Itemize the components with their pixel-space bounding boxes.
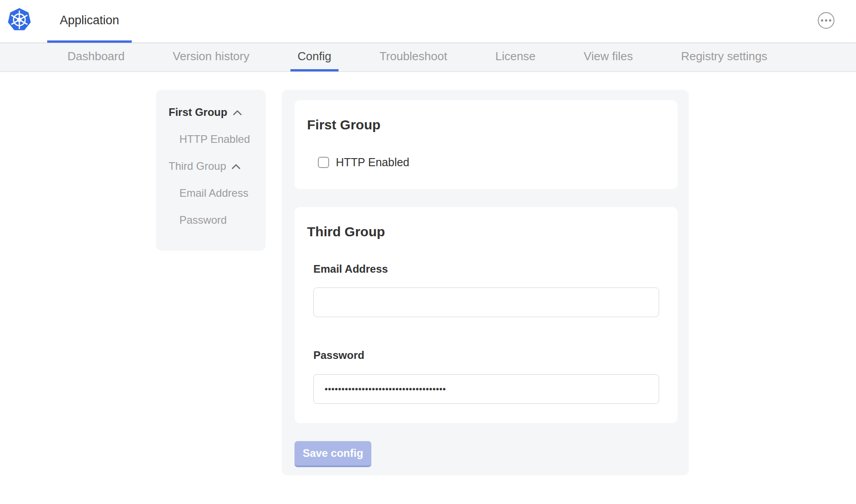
sidebar-item-password[interactable]: Password [156, 207, 266, 234]
tab-license[interactable]: License [488, 43, 543, 71]
sidebar-item-email-address[interactable]: Email Address [156, 180, 266, 207]
app-header: Application [0, 0, 856, 43]
chevron-up-icon [232, 164, 241, 169]
app-nav-tabs: Dashboard Version history Config Trouble… [0, 43, 856, 72]
tab-config[interactable]: Config [290, 43, 339, 71]
sidebar-item-http-enabled[interactable]: HTTP Enabled [156, 126, 266, 153]
sidebar-item-label: HTTP Enabled [179, 133, 250, 146]
tab-dashboard[interactable]: Dashboard [60, 43, 132, 71]
config-group-card-first-group: First Group HTTP Enabled [294, 100, 678, 189]
overflow-menu-button[interactable] [818, 12, 834, 29]
config-content-panel: First Group HTTP Enabled Third Group Ema… [282, 90, 689, 475]
password-label: Password [313, 349, 364, 362]
http-enabled-checkbox[interactable] [318, 157, 329, 168]
email-address-label: Email Address [313, 263, 388, 275]
tab-view-files[interactable]: View files [576, 43, 640, 71]
app-tab-application[interactable]: Application [47, 0, 132, 43]
sidebar-group-label: First Group [169, 106, 227, 119]
sidebar-group-label: Third Group [169, 160, 226, 172]
config-group-sidebar: First Group HTTP Enabled Third Group Ema… [156, 90, 266, 251]
tab-troubleshoot[interactable]: Troubleshoot [372, 43, 455, 71]
group-title: Third Group [307, 224, 385, 239]
chevron-up-icon [233, 110, 242, 115]
sidebar-group-first-group[interactable]: First Group [156, 99, 266, 126]
sidebar-group-third-group[interactable]: Third Group [156, 153, 266, 180]
sidebar-item-label: Password [179, 214, 227, 226]
config-group-card-third-group: Third Group Email Address Password [294, 207, 678, 423]
email-address-input[interactable] [313, 287, 659, 317]
http-enabled-field: HTTP Enabled [318, 156, 410, 169]
tab-version-history[interactable]: Version history [165, 43, 257, 71]
save-config-button[interactable]: Save config [294, 441, 371, 467]
sidebar-item-label: Email Address [179, 187, 248, 199]
ellipsis-icon [821, 19, 823, 22]
group-title: First Group [307, 117, 380, 133]
tab-registry-settings[interactable]: Registry settings [674, 43, 775, 71]
kubernetes-logo [7, 8, 31, 32]
password-input[interactable] [313, 374, 659, 404]
http-enabled-label[interactable]: HTTP Enabled [336, 156, 410, 169]
